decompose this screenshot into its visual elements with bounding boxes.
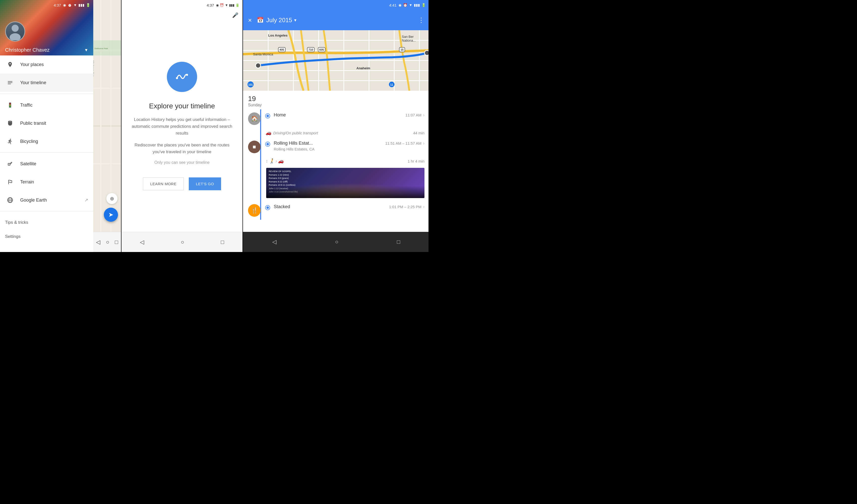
search-bar-area: 🎤 <box>121 10 242 20</box>
alarm-icon-2: ⏰ <box>220 3 224 7</box>
nav-label-bicycling: Bicycling <box>20 139 88 144</box>
wifi-icon-2: ▼ <box>225 3 228 7</box>
transport-row-drive1: 🚗 Driving/On public transport 44 min <box>248 128 424 138</box>
nav-label-terrain: Terrain <box>20 180 88 185</box>
alarm-icon-3: ⏰ <box>403 3 407 7</box>
rolling-hills-icon-circle: ■ <box>248 140 261 153</box>
timeline-wave-icon <box>174 69 189 84</box>
svg-text:Santa Monica: Santa Monica <box>253 52 273 56</box>
svg-point-5 <box>10 106 11 107</box>
rolling-hills-chevron: › <box>423 140 424 146</box>
close-button[interactable]: × <box>248 16 252 24</box>
bottom-nav-1: ◁ ○ □ <box>93 232 121 252</box>
nav-label-traffic: Traffic <box>20 103 88 108</box>
alarm-icon: ⏰ <box>68 3 72 7</box>
back-btn-3[interactable]: ◁ <box>272 239 276 245</box>
nav-label-transit: Public transit <box>20 121 88 126</box>
svg-text:Anaheim: Anaheim <box>356 66 370 70</box>
timeline-entry-home[interactable]: 🏠 Home 11:07 AM › <box>248 110 424 128</box>
map-location-button[interactable]: ⊕ <box>106 193 117 204</box>
rolling-hills-time-row: 11:51 AM – 11:57 AM › <box>383 140 424 146</box>
back-btn-2[interactable]: ◁ <box>140 239 144 246</box>
recents-btn-2[interactable]: □ <box>221 239 224 246</box>
home-btn-2[interactable]: ○ <box>181 239 184 246</box>
timeline-intro-privacy-note: Only you can see your timeline <box>154 160 210 165</box>
svg-text:405: 405 <box>280 48 284 51</box>
drawer-bottom-items: Tips & tricks Settings <box>0 214 93 246</box>
rolling-hills-time: 11:51 AM – 11:57 AM <box>385 141 421 146</box>
recents-btn-3[interactable]: □ <box>397 239 400 245</box>
up-arrow-icon: ↕ <box>266 158 268 164</box>
timeline-intro-title: Explore your timeline <box>149 102 215 110</box>
signal-icon: ▮▮▮ <box>79 3 84 7</box>
battery-icon: 🔋 <box>86 3 90 7</box>
svg-point-40 <box>424 50 428 55</box>
status-icons-3: ◉ ⏰ ▼ ▮▮▮ 🔋 <box>399 3 426 7</box>
learn-more-button[interactable]: LEARN MORE <box>143 178 184 190</box>
lets-go-button[interactable]: LET'S GO <box>189 178 221 190</box>
nav-item-public-transit[interactable]: Public transit <box>0 114 93 132</box>
svg-rect-8 <box>9 164 10 165</box>
nav-label-your-places: Your places <box>20 62 88 67</box>
timeline-map[interactable]: 405 605 710 15 101 11 Los Angeles Santa … <box>243 30 428 91</box>
more-options-button[interactable]: ⋮ <box>418 16 424 24</box>
event-image-container: REVIEW OF GOSPEL Romans 1-22 (intro) Rom… <box>248 168 424 201</box>
stacked-header: Stacked 1:01 PM – 2:25 PM › <box>274 204 424 209</box>
user-name-row: Christopher Chavez ▼ <box>5 47 88 53</box>
bottom-nav-2: ◁ ○ □ <box>121 232 242 252</box>
location-icon-2: ◉ <box>216 3 219 7</box>
status-icons-1: ◉ ⏰ ▼ ▮▮▮ 🔋 <box>63 3 90 7</box>
status-bar-2: 4:37 ◉ ⏰ ▼ ▮▮▮ 🔋 <box>121 0 242 10</box>
user-name: Christopher Chavez <box>5 47 50 53</box>
satellite-icon <box>5 159 15 169</box>
status-bar-3: 4:41 ◉ ⏰ ▼ ▮▮▮ 🔋 <box>243 0 428 10</box>
nav-item-your-places[interactable]: Your places <box>0 55 93 73</box>
home-btn-3[interactable]: ○ <box>335 239 338 245</box>
nav-item-terrain[interactable]: Terrain <box>0 173 93 191</box>
signal-icon-3: ▮▮▮ <box>414 3 420 7</box>
home-icon-circle: 🏠 <box>248 112 261 125</box>
nav-item-google-earth[interactable]: Google Earth ↗ <box>0 191 93 209</box>
home-entry-content: Home 11:07 AM › <box>270 112 424 119</box>
audience-silhouette <box>266 186 424 198</box>
month-dropdown-arrow[interactable]: ▾ <box>294 17 297 23</box>
car-icon: 🚗 <box>266 130 271 136</box>
map-background-peek: Delthorne Park Osage Ave Madrona Ave ⊕ ➤… <box>93 0 121 252</box>
timeline-entry-rolling-hills[interactable]: ■ Rolling Hills Estat... 11:51 AM – 11:5… <box>248 138 424 156</box>
status-time-2: 4:37 <box>207 3 214 7</box>
nav-item-satellite[interactable]: Satellite <box>0 155 93 173</box>
event-image: REVIEW OF GOSPEL Romans 1-22 (intro) Rom… <box>266 168 424 198</box>
nav-item-bicycling[interactable]: Bicycling <box>0 132 93 150</box>
home-btn-1[interactable]: ○ <box>106 239 109 246</box>
timeline-entry-stacked[interactable]: 🍴 Stacked 1:01 PM – 2:25 PM › <box>248 201 424 220</box>
svg-point-3 <box>10 103 11 104</box>
svg-text:15: 15 <box>401 48 404 51</box>
svg-point-25 <box>186 74 188 76</box>
battery-icon-3: 🔋 <box>421 3 426 7</box>
recents-btn-1[interactable]: □ <box>115 239 118 246</box>
nav-settings[interactable]: Settings <box>5 230 88 244</box>
svg-text:605: 605 <box>319 48 324 51</box>
rolling-hills-subtitle: Rolling Hills Estates, CA <box>274 147 424 151</box>
nav-item-your-timeline[interactable]: Your timeline <box>0 73 93 92</box>
car-icon-2: 🚗 <box>278 158 284 164</box>
stacked-content: Stacked 1:01 PM – 2:25 PM › <box>270 204 424 211</box>
nav-label-your-timeline: Your timeline <box>20 80 88 85</box>
drawer-navigation: Your places Your timeline <box>0 55 93 252</box>
account-dropdown-arrow[interactable]: ▼ <box>84 48 88 52</box>
home-entry-time-row: 11:07 AM › <box>403 112 424 118</box>
traffic-icon <box>5 100 15 110</box>
svg-text:Nationa...: Nationa... <box>402 38 416 42</box>
map-directions-fab[interactable]: ➤ <box>104 208 118 222</box>
nav-tips-tricks[interactable]: Tips & tricks <box>5 216 88 230</box>
timeline-icon <box>5 78 15 88</box>
nav-item-traffic[interactable]: Traffic <box>0 96 93 114</box>
bike-icon <box>5 136 15 147</box>
back-btn-1[interactable]: ◁ <box>96 239 100 246</box>
timeline-scroll-area[interactable]: 🏠 Home 11:07 AM › 🚗 Driving/On publi <box>243 110 428 232</box>
mic-icon[interactable]: 🎤 <box>232 12 238 18</box>
rolling-hills-header: Rolling Hills Estat... 11:51 AM – 11:57 … <box>274 140 424 146</box>
svg-point-24 <box>176 77 178 79</box>
svg-text:11: 11 <box>390 83 393 86</box>
svg-point-4 <box>10 105 11 105</box>
